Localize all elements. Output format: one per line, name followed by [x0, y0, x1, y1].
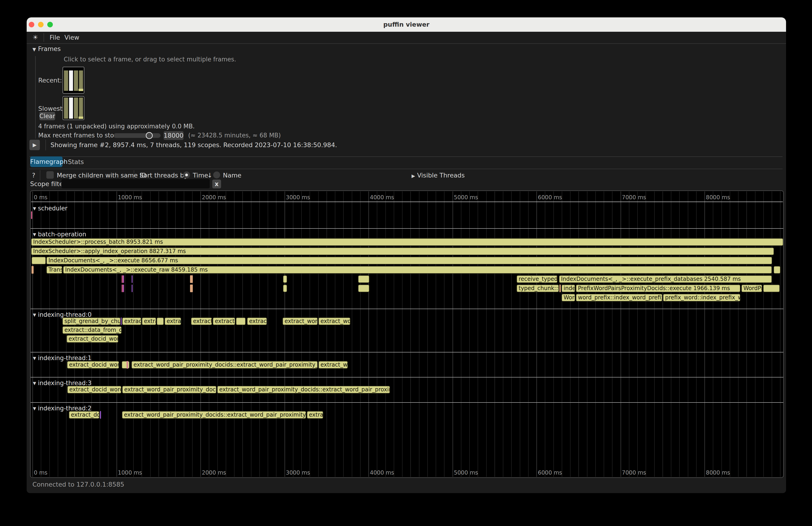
scope-bar[interactable] — [122, 284, 123, 292]
scope-bar[interactable] — [100, 411, 101, 419]
scope-bar[interactable]: Trans — [46, 266, 62, 274]
scope-bar[interactable] — [157, 318, 164, 325]
grid-line — [587, 191, 588, 477]
scope-bar[interactable]: extract_word_pair_proximity_docids::extr… — [131, 361, 318, 369]
theme-sun-icon[interactable]: ☀ — [32, 33, 38, 41]
axis-tick-label: 3000 ms — [286, 469, 310, 476]
scope-bar[interactable] — [121, 318, 122, 325]
thread-section-header[interactable]: ▼scheduler — [33, 205, 68, 212]
scope-bar[interactable]: split_grenad_by_chun — [62, 318, 120, 325]
scope-bar[interactable]: WordPr — [741, 284, 762, 292]
grid-line — [117, 191, 117, 477]
visible-threads-header[interactable]: ▶ Visible Threads — [411, 172, 465, 179]
frame-bar[interactable] — [79, 98, 83, 119]
scope-bar[interactable]: extract — [247, 318, 267, 325]
slider-knob[interactable] — [146, 132, 153, 139]
scope-filter-input[interactable] — [61, 179, 210, 188]
max-frames-slider[interactable] — [114, 133, 161, 138]
scope-bar[interactable]: index — [562, 284, 575, 292]
scope-bar[interactable] — [283, 284, 287, 292]
scope-bar[interactable] — [122, 275, 123, 283]
scope-bar[interactable]: IndexScheduler>::apply_index_operation 8… — [31, 247, 774, 255]
scope-bar[interactable]: PrefixWordPairsProximityDocids::execute … — [576, 284, 740, 292]
clear-button[interactable]: Clear — [39, 112, 55, 120]
frame-bar[interactable] — [74, 71, 78, 91]
scope-bar[interactable]: IndexScheduler>::process_batch 8953.821 … — [31, 238, 783, 246]
scope-bar[interactable]: receive_typed_ — [517, 275, 557, 283]
scope-bar[interactable] — [123, 275, 124, 283]
scope-bar[interactable]: word_prefix::index_word_prefix_ — [576, 294, 662, 302]
scope-bar[interactable]: extract_word — [282, 318, 318, 325]
flamegraph-panel[interactable]: 0 ms0 ms1000 ms1000 ms2000 ms2000 ms3000… — [30, 190, 784, 478]
scope-bar[interactable]: prefix_word::index_prefix_wo — [663, 294, 740, 302]
scope-bar[interactable]: IndexDocuments<_, _>::execute_prefix_dat… — [559, 275, 772, 283]
play-button[interactable]: ▶ — [29, 140, 40, 150]
sort-time-radio[interactable] — [183, 172, 190, 178]
scope-bar[interactable]: extract — [122, 318, 141, 325]
scope-bar[interactable] — [31, 257, 46, 264]
scope-bar[interactable] — [123, 284, 124, 292]
scope-bar[interactable] — [132, 284, 133, 292]
slowest-frames-thumbnail[interactable] — [62, 96, 84, 120]
frame-bar[interactable] — [64, 71, 68, 91]
sort-name-radio[interactable] — [213, 172, 220, 178]
flamegraph-canvas[interactable]: 0 ms0 ms1000 ms1000 ms2000 ms2000 ms3000… — [31, 191, 783, 477]
scope-bar[interactable]: extract_wo — [318, 318, 350, 325]
scope-bar[interactable] — [190, 275, 193, 283]
thread-section-header[interactable]: ▼indexing-thread:1 — [33, 354, 91, 362]
scope-bar[interactable]: IndexDocuments<_, _>::execute 8656.677 m… — [46, 257, 772, 264]
thread-section-header[interactable]: ▼indexing-thread:2 — [33, 405, 91, 412]
scope-bar[interactable]: extract_doc — [69, 411, 99, 419]
scope-bar[interactable]: extrac — [164, 318, 181, 325]
scope-bar[interactable] — [763, 284, 780, 292]
selected-frame-bar[interactable] — [69, 98, 73, 119]
scope-bar[interactable]: IndexDocuments<_, _>::execute_raw 8459.1… — [63, 266, 772, 274]
scope-bar[interactable]: extract_word_pair_proximity_docids::extr… — [217, 386, 390, 393]
scope-bar[interactable]: extract_wo — [318, 361, 348, 369]
selected-frame-bar[interactable] — [69, 71, 73, 91]
scope-bar[interactable]: extract::data_from_ob — [62, 326, 122, 334]
thread-section-header[interactable]: ▼indexing-thread:0 — [33, 311, 91, 318]
thread-section-header[interactable]: ▼batch-operation — [33, 231, 86, 238]
tab-stats[interactable]: Stats — [68, 158, 84, 165]
scope-bar[interactable] — [31, 211, 32, 219]
frames-section-header[interactable]: ▼ Frames — [32, 45, 61, 53]
scope-bar[interactable] — [127, 361, 128, 369]
scope-bar[interactable]: extract_word_pair_proximity_docids — [122, 386, 216, 393]
scope-bar[interactable]: extract_docid_word — [67, 335, 118, 343]
max-frames-value[interactable]: 18000 — [164, 131, 184, 140]
menu-file[interactable]: File — [49, 34, 60, 41]
merge-children-checkbox[interactable] — [46, 171, 54, 179]
menu-view[interactable]: View — [64, 34, 79, 41]
scope-bar[interactable] — [560, 284, 561, 292]
scope-bar[interactable]: extrac — [307, 411, 323, 419]
help-button[interactable]: ? — [32, 172, 35, 179]
scope-bar[interactable]: extract_docid_word — [67, 386, 121, 393]
thread-section-header[interactable]: ▼indexing-thread:3 — [33, 380, 91, 386]
scope-bar[interactable]: extract_ — [191, 318, 212, 325]
frame-bar[interactable] — [79, 71, 83, 91]
scope-bar[interactable] — [236, 318, 246, 325]
frame-bar[interactable] — [74, 98, 78, 119]
scope-bar[interactable]: extract_ — [213, 318, 235, 325]
grid-line — [780, 191, 781, 477]
scope-bar[interactable] — [358, 275, 369, 283]
scope-bar[interactable] — [358, 284, 369, 292]
scope-bar[interactable] — [773, 266, 781, 274]
scope-bar[interactable]: extra — [142, 318, 156, 325]
scope-bar[interactable] — [122, 361, 130, 369]
scope-bar[interactable]: Word — [562, 294, 575, 302]
scope-bar[interactable] — [190, 284, 193, 292]
scope-bar[interactable] — [283, 275, 287, 283]
axis-tick-label: 7000 ms — [622, 469, 646, 476]
scope-bar[interactable]: extract_docid_word — [67, 361, 119, 369]
scope-bar[interactable]: typed_chunk::w — [517, 284, 559, 292]
sort-direction-arrow-icon[interactable]: ↓ — [207, 172, 213, 179]
clear-filter-button[interactable]: x — [212, 179, 221, 188]
recent-frames-thumbnail[interactable] — [62, 67, 84, 93]
tab-flamegraph[interactable]: Flamegraph — [30, 157, 62, 167]
frame-bar[interactable] — [64, 98, 68, 119]
scope-bar[interactable]: extract_word_pair_proximity_docids::extr… — [122, 411, 306, 419]
scope-bar[interactable] — [132, 275, 133, 283]
scope-bar[interactable] — [31, 266, 33, 274]
